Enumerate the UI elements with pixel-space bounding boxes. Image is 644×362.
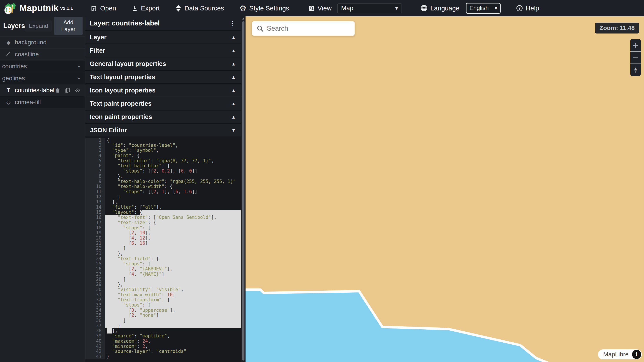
- code-line[interactable]: 34 [0, "uppercase"],: [86, 308, 242, 313]
- code-line[interactable]: 36 ]: [86, 318, 242, 323]
- expand-button[interactable]: Expand: [25, 21, 52, 32]
- search-input[interactable]: [267, 21, 354, 36]
- code-line[interactable]: 19 [2, 10],: [86, 230, 242, 236]
- chevron-down-icon: ▼: [395, 6, 398, 11]
- line-number: 5: [86, 158, 105, 163]
- section-header-text-layout-properties[interactable]: Text layout properties▲: [86, 70, 242, 83]
- menu-data-sources-button[interactable]: Data Sources: [174, 0, 226, 16]
- code-line[interactable]: 2 "id": "countries-label",: [86, 143, 242, 148]
- kebab-menu-icon[interactable]: ⋮: [229, 20, 236, 27]
- language-select[interactable]: English ▼: [466, 3, 500, 14]
- menu-open-button[interactable]: Open: [89, 0, 118, 16]
- pitch-toggle-button[interactable]: ▲▼: [630, 64, 641, 76]
- section-header-icon-paint-properties[interactable]: Icon paint properties▲: [86, 110, 242, 123]
- code-line[interactable]: 18 "stops": [: [86, 225, 242, 231]
- code-line[interactable]: 32 "text-transform": {: [86, 297, 242, 303]
- line-number: 8: [86, 174, 105, 179]
- line-number: 38: [86, 328, 105, 333]
- map-canvas[interactable]: [246, 16, 644, 362]
- chevron-down-icon[interactable]: ▾: [78, 64, 85, 69]
- chevron-down-icon[interactable]: ▾: [78, 76, 85, 81]
- sidebar-item-countries-label[interactable]: Tcountries-label: [0, 84, 85, 96]
- code-text: "source-layer": "centroids": [105, 349, 242, 354]
- code-line[interactable]: 37 }: [86, 323, 242, 328]
- code-line[interactable]: 17 "text-size": {: [86, 220, 242, 225]
- code-line[interactable]: 4 "paint": {: [86, 153, 242, 158]
- line-number: 1: [86, 138, 105, 143]
- info-icon[interactable]: i: [632, 350, 641, 359]
- panel-scrollbar-thumb[interactable]: [242, 21, 245, 361]
- code-text: "text-field": {: [105, 256, 242, 262]
- section-header-general-layout-properties[interactable]: General layout properties▲: [86, 57, 242, 70]
- panel-scrollbar[interactable]: ▲: [242, 16, 246, 362]
- sidebar-item-countries[interactable]: countries▾: [0, 61, 85, 72]
- line-number: 16: [86, 215, 105, 220]
- section-header-filter[interactable]: Filter▲: [86, 44, 242, 57]
- code-line[interactable]: 11 "stops": [[2, 1], [6, 1.6]]: [86, 189, 242, 195]
- code-line[interactable]: 27 [4, "{NAME}"]: [86, 272, 242, 277]
- line-number: 32: [86, 297, 105, 303]
- code-line[interactable]: 31 "text-max-width": 10,: [86, 292, 242, 298]
- code-text: "text-halo-width": {: [105, 184, 242, 189]
- code-line[interactable]: 12 }: [86, 195, 242, 200]
- chevron-up-icon: ▲: [232, 115, 235, 119]
- export-icon: [132, 5, 138, 12]
- sidebar-item-background[interactable]: ◆background: [0, 37, 85, 49]
- sidebar-item-crimea-fill[interactable]: ◇crimea-fill: [0, 96, 85, 108]
- duplicate-icon[interactable]: [64, 87, 70, 93]
- section-header-icon-layout-properties[interactable]: Icon layout properties▲: [86, 83, 242, 97]
- code-line[interactable]: 29 },: [86, 282, 242, 287]
- attribution-link[interactable]: MapLibre: [603, 351, 628, 358]
- code-line[interactable]: 21 [6, 16]: [86, 241, 242, 246]
- map-viewport[interactable]: Zoom: 11.48 + − ▲▼ MapLibre i: [246, 16, 644, 362]
- code-line[interactable]: 24 "text-field": {: [86, 256, 242, 262]
- menu-help-button[interactable]: ? Help: [514, 0, 541, 16]
- code-line[interactable]: 1{: [86, 138, 242, 143]
- code-line[interactable]: 6 "text-halo-blur": {: [86, 163, 242, 168]
- code-line[interactable]: 42 "source-layer": "centroids": [86, 349, 242, 354]
- section-header-json-editor[interactable]: JSON Editor▼: [86, 123, 242, 136]
- delete-icon[interactable]: [55, 87, 60, 93]
- code-line[interactable]: 30 "visibility": "visible",: [86, 287, 242, 292]
- section-header-layer[interactable]: Layer▲: [86, 30, 242, 44]
- menu-style-settings-button[interactable]: ⚙ Style Settings: [238, 0, 291, 16]
- menu-export-button[interactable]: Export: [130, 0, 162, 16]
- line-number: 12: [86, 195, 105, 200]
- code-line[interactable]: 3 "type": "symbol",: [86, 148, 242, 153]
- code-line[interactable]: 25 "stops": [: [86, 262, 242, 267]
- menu-open-label: Open: [100, 5, 116, 12]
- code-line[interactable]: 10 "text-halo-width": {: [86, 184, 242, 189]
- code-line[interactable]: 5 "text-color": "rgba(8, 37, 77, 1)",: [86, 158, 242, 163]
- scroll-up-icon[interactable]: ▲: [242, 17, 245, 20]
- code-line[interactable]: 13 },: [86, 200, 242, 205]
- code-line[interactable]: 39 "source": "maplibre",: [86, 333, 242, 339]
- visibility-icon[interactable]: [74, 87, 81, 93]
- code-line[interactable]: 9 "text-halo-color": "rgba(255, 255, 255…: [86, 179, 242, 184]
- zoom-in-button[interactable]: +: [630, 39, 641, 51]
- code-line[interactable]: 38 },: [86, 328, 242, 333]
- code-line[interactable]: 26 [2, "{ABBREV}"],: [86, 267, 242, 272]
- sidebar-item-geolines[interactable]: geolines▾: [0, 72, 85, 84]
- code-line[interactable]: 35 [2, "none"]: [86, 313, 242, 318]
- code-line[interactable]: 40 "maxzoom": 24,: [86, 339, 242, 344]
- code-line[interactable]: 7 "stops": [[2, 0.2], [6, 0]]: [86, 168, 242, 174]
- section-header-text-paint-properties[interactable]: Text paint properties▲: [86, 97, 242, 110]
- sidebar-item-coastline[interactable]: coastline: [0, 49, 85, 61]
- code-line[interactable]: 43}: [86, 354, 242, 359]
- add-layer-button[interactable]: Add Layer: [54, 17, 82, 35]
- code-line[interactable]: 14 "filter": ["all"],: [86, 205, 242, 210]
- code-line[interactable]: 15 "layout": {: [86, 210, 242, 215]
- code-line[interactable]: 41 "minzoom": 2,: [86, 344, 242, 349]
- code-line[interactable]: 28 ]: [86, 277, 242, 282]
- code-line[interactable]: 16 "text-font": ["Open Sans Semibold"],: [86, 215, 242, 220]
- code-line[interactable]: 20 [4, 12],: [86, 236, 242, 241]
- json-editor[interactable]: 1{2 "id": "countries-label",3 "type": "s…: [86, 136, 242, 362]
- view-select[interactable]: Map ▼: [338, 4, 402, 13]
- code-line[interactable]: 22 ]: [86, 246, 242, 251]
- code-text: "text-halo-blur": {: [105, 163, 242, 168]
- code-line[interactable]: 8 },: [86, 174, 242, 179]
- code-line[interactable]: 23 },: [86, 251, 242, 256]
- chevron-up-icon: ▲: [232, 88, 235, 92]
- code-line[interactable]: 33 "stops": [: [86, 303, 242, 308]
- zoom-out-button[interactable]: −: [630, 52, 641, 64]
